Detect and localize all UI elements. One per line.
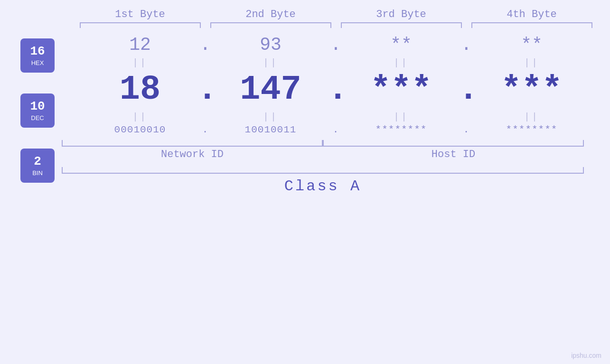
sep2-b4: || (475, 112, 589, 122)
network-id-label-cell: Network ID (62, 149, 323, 160)
dot-hex-1: . (197, 35, 214, 55)
sep2-b1: || (83, 112, 197, 122)
top-brackets (0, 22, 610, 28)
bin-b2: 10010011 (245, 124, 297, 135)
hex-b2: 93 (260, 35, 282, 55)
hex-b3-cell: ** (344, 35, 458, 55)
dec-b3: *** (370, 70, 432, 109)
bracket-network-left (62, 140, 192, 147)
values-column: 12 . 93 . ** . ** (62, 33, 610, 195)
dec-badge-label: DEC (31, 114, 44, 121)
hex-values-row: 12 . 93 . ** . ** (62, 35, 610, 55)
dec-b4-cell: *** (475, 70, 589, 109)
dot-bin-1: . (197, 124, 214, 135)
sep1-b2: || (214, 57, 328, 68)
dec-b2: 147 (240, 70, 301, 109)
bin-badge-label: BIN (32, 169, 43, 177)
sep2-b3: || (344, 112, 458, 122)
dec-b1-cell: 18 (83, 70, 197, 109)
bracket-byte4 (467, 22, 597, 28)
sep1-b1: || (83, 57, 197, 68)
hex-b4: ** (521, 35, 543, 55)
dec-b3-cell: *** (344, 70, 458, 109)
hex-b1: 12 (129, 35, 151, 55)
main-container: 1st Byte 2nd Byte 3rd Byte 4th Byte 16 H… (0, 0, 610, 364)
overall-bracket (62, 167, 584, 174)
dot-dec-1: . (197, 70, 214, 109)
bin-b2-cell: 10010011 (214, 124, 328, 135)
bin-b1-cell: 00010010 (83, 124, 197, 135)
bracket-byte2 (206, 22, 336, 28)
bracket-line-4 (471, 22, 592, 28)
network-id-label: Network ID (161, 149, 224, 160)
bin-b3-cell: ******** (344, 124, 458, 135)
dot-hex-3: . (458, 35, 475, 55)
bracket-byte3 (336, 22, 467, 28)
bracket-line-3 (341, 22, 462, 28)
byte1-header: 1st Byte (75, 9, 206, 20)
bin-b1: 00010010 (114, 124, 166, 135)
hex-b4-cell: ** (475, 35, 589, 55)
hex-badge-number: 16 (30, 45, 45, 58)
sep-row-2: || || || || (62, 109, 610, 124)
sep1-b3: || (344, 57, 458, 68)
host-id-label-cell: Host ID (323, 149, 584, 160)
hex-b3: ** (390, 35, 412, 55)
id-labels-row: Network ID Host ID (62, 149, 610, 160)
sep-row-1: || || || || (62, 55, 610, 70)
overall-bracket-row (62, 167, 610, 174)
dec-b2-cell: 147 (214, 70, 328, 109)
dec-values-row: 18 . 147 . *** . *** (62, 70, 610, 109)
content-area: 16 HEX 10 DEC 2 BIN 12 (0, 33, 610, 195)
bracket-line-1 (80, 22, 201, 28)
class-label-row: Class A (62, 177, 584, 195)
hex-badge: 16 HEX (20, 38, 55, 73)
bottom-bracket-row (62, 140, 610, 147)
dot-dec-2: . (328, 70, 344, 109)
watermark: ipshu.com (571, 352, 601, 359)
sep2-b2: || (214, 112, 328, 122)
badges-column: 16 HEX 10 DEC 2 BIN (0, 33, 62, 195)
bin-badge: 2 BIN (20, 149, 55, 183)
bin-b4: ******** (506, 124, 558, 135)
class-label: Class A (284, 177, 361, 195)
hex-badge-label: HEX (31, 59, 44, 66)
sep1-b4: || (475, 57, 589, 68)
bracket-host-right (453, 140, 584, 147)
dot-bin-2: . (328, 124, 344, 135)
dec-b1: 18 (120, 70, 160, 109)
bracket-line-2 (210, 22, 331, 28)
bracket-network-right (192, 140, 323, 147)
byte2-header: 2nd Byte (206, 9, 336, 20)
dec-badge-number: 10 (30, 100, 45, 113)
dec-badge: 10 DEC (20, 93, 55, 128)
bracket-byte1 (75, 22, 206, 28)
hex-b1-cell: 12 (83, 35, 197, 55)
bin-values-row: 00010010 . 10010011 . ******** . (62, 124, 610, 135)
hex-b2-cell: 93 (214, 35, 328, 55)
bin-badge-number: 2 (34, 155, 41, 168)
byte-headers: 1st Byte 2nd Byte 3rd Byte 4th Byte (0, 9, 610, 20)
dec-b4: *** (501, 70, 563, 109)
byte4-header: 4th Byte (467, 9, 597, 20)
byte3-header: 3rd Byte (336, 9, 467, 20)
dot-hex-2: . (328, 35, 344, 55)
dot-dec-3: . (458, 70, 475, 109)
bin-b3: ******** (375, 124, 427, 135)
host-id-label: Host ID (432, 149, 475, 160)
bin-b4-cell: ******** (475, 124, 589, 135)
dot-bin-3: . (458, 124, 475, 135)
bracket-host-left (323, 140, 453, 147)
